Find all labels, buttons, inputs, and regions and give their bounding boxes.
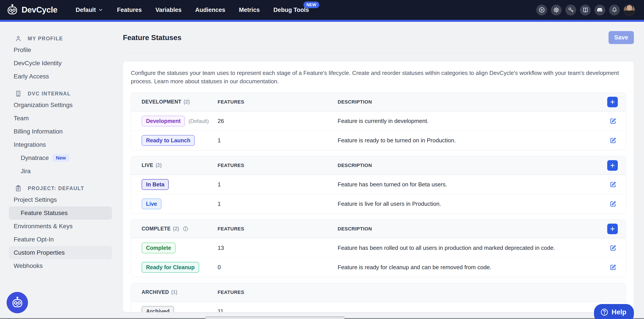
status-section-archived: ARCHIVED(1)FEATURESArchived11 — [131, 283, 626, 312]
building-icon — [14, 90, 22, 97]
nav-item-variables[interactable]: Variables — [150, 0, 188, 20]
gear-icon[interactable] — [551, 5, 562, 16]
sidebar-item-label: Dynatrace — [21, 154, 49, 162]
save-button[interactable]: Save — [608, 31, 634, 44]
add-circle-icon[interactable] — [536, 5, 547, 16]
sidebar-section-title: MY PROFILE — [28, 36, 63, 42]
nav-item-debug-tools[interactable]: NEWDebug Tools — [268, 0, 315, 20]
card-description: Configure the statuses your team uses to… — [131, 69, 626, 86]
sidebar-item-dynatrace[interactable]: DynatraceNew — [9, 151, 112, 164]
devcycle-bot-button[interactable] — [6, 292, 28, 313]
edit-status-button[interactable] — [609, 117, 617, 125]
section-header: LIVE(2)FEATURESDESCRIPTION — [131, 156, 626, 175]
chevron-down-icon — [98, 7, 103, 12]
status-badge-cell: Archived — [142, 306, 218, 312]
sidebar-item-label: Environments & Keys — [14, 223, 73, 230]
sidebar-item-custom-properties[interactable]: Custom Properties — [9, 246, 112, 259]
column-header-description: DESCRIPTION — [338, 162, 599, 168]
edit-status-button[interactable] — [609, 264, 617, 271]
nav-item-default[interactable]: Default — [70, 0, 110, 20]
nav-item-label: Metrics — [239, 6, 260, 14]
sidebar-section-my-profile: MY PROFILE — [0, 34, 121, 44]
bell-icon[interactable] — [609, 5, 620, 16]
docs-book-icon[interactable] — [580, 5, 591, 16]
section-name-cell: COMPLETE(2) — [142, 226, 218, 232]
feature-count: 1 — [218, 137, 338, 144]
feature-count: 13 — [218, 244, 338, 251]
edit-status-button[interactable] — [609, 136, 617, 144]
sidebar-item-jira[interactable]: Jira — [9, 164, 112, 178]
status-badge-cell: In Beta — [142, 179, 218, 190]
status-badge: Live — [142, 198, 162, 209]
status-row: Ready for Cleanup0Feature is ready for c… — [131, 258, 626, 277]
nav-item-metrics[interactable]: Metrics — [233, 0, 266, 20]
sidebar-item-feature-opt-in[interactable]: Feature Opt-In — [9, 233, 112, 246]
sidebar-item-environments-keys[interactable]: Environments & Keys — [9, 220, 112, 233]
section-name: DEVELOPMENT — [142, 99, 182, 105]
sidebar-item-webhooks[interactable]: Webhooks — [9, 259, 112, 272]
column-header-features: FEATURES — [218, 226, 338, 232]
sidebar-item-organization-settings[interactable]: Organization Settings — [9, 98, 112, 112]
sidebar-item-project-settings[interactable]: Project Settings — [9, 193, 112, 206]
sidebar-item-early-access[interactable]: Early Access — [9, 70, 112, 83]
main-content: Feature Statuses Save Configure the stat… — [121, 22, 644, 319]
feature-count: 26 — [218, 118, 338, 124]
settings-sidebar: MY PROFILEProfileDevCycle IdentityEarly … — [0, 22, 121, 319]
help-button[interactable]: Help — [594, 304, 634, 319]
status-row: Archived11 — [131, 302, 626, 312]
edit-status-button[interactable] — [609, 200, 617, 208]
nav-item-audiences[interactable]: Audiences — [189, 0, 231, 20]
status-badge: Development — [142, 116, 185, 126]
devcycle-logo[interactable]: DevCycle — [6, 4, 58, 16]
edit-status-button[interactable] — [609, 181, 617, 188]
robot-face-icon — [11, 296, 24, 309]
section-name: ARCHIVED — [142, 289, 169, 295]
add-status-button[interactable] — [607, 97, 618, 107]
nav-item-label: Default — [76, 6, 96, 14]
column-header-features: FEATURES — [218, 290, 338, 295]
sidebar-item-billing-information[interactable]: Billing Information — [9, 125, 112, 138]
status-row: Development(Default)26Feature is current… — [131, 111, 626, 131]
status-description: Feature has been turned on for Beta user… — [338, 181, 599, 188]
add-status-button[interactable] — [607, 160, 618, 171]
status-badge-cell: Live — [142, 198, 218, 209]
sidebar-item-label: Project Settings — [14, 196, 57, 203]
nav-icon-group — [536, 4, 635, 16]
help-label: Help — [612, 308, 626, 316]
status-badge-cell: Complete — [142, 242, 218, 253]
status-sections: DEVELOPMENT(2)FEATURESDESCRIPTIONDevelop… — [131, 92, 626, 312]
status-description: Feature is currently in development. — [338, 118, 599, 124]
nav-menu: DefaultFeaturesVariablesAudiencesMetrics… — [70, 0, 315, 20]
section-name: LIVE — [142, 162, 153, 168]
section-header: DEVELOPMENT(2)FEATURESDESCRIPTION — [131, 93, 626, 111]
nav-item-features[interactable]: Features — [111, 0, 148, 20]
key-icon[interactable] — [565, 5, 576, 16]
info-icon[interactable] — [182, 226, 188, 232]
nav-accent-bar — [0, 20, 644, 22]
feature-statuses-card: Configure the statuses your team uses to… — [123, 62, 634, 312]
new-badge: NEW — [304, 2, 319, 8]
user-avatar[interactable] — [624, 4, 635, 16]
status-badge-cell: Ready for Cleanup — [142, 262, 218, 273]
feature-count: 0 — [218, 264, 338, 271]
sidebar-item-team[interactable]: Team — [9, 112, 112, 125]
section-count: (2) — [184, 99, 190, 105]
sidebar-item-label: Team — [14, 115, 29, 122]
status-description: Feature has been rolled out to all users… — [338, 244, 599, 251]
sidebar-item-label: Integrations — [14, 141, 46, 148]
pencil-icon — [609, 117, 617, 125]
sidebar-item-feature-statuses[interactable]: Feature Statuses — [9, 206, 112, 220]
add-status-button[interactable] — [607, 224, 618, 234]
status-badge: Ready to Launch — [142, 135, 195, 146]
column-header-description: DESCRIPTION — [338, 99, 599, 105]
status-section-complete: COMPLETE(2)FEATURESDESCRIPTIONComplete13… — [131, 220, 626, 277]
sidebar-item-devcycle-identity[interactable]: DevCycle Identity — [9, 56, 112, 70]
nav-item-label: Features — [117, 6, 142, 14]
pencil-icon — [609, 136, 617, 144]
edit-status-button[interactable] — [609, 244, 617, 252]
section-header: ARCHIVED(1)FEATURES — [131, 283, 626, 302]
discord-icon[interactable] — [594, 5, 605, 16]
partially-visible-panel — [205, 316, 345, 319]
sidebar-item-profile[interactable]: Profile — [9, 44, 112, 56]
sidebar-item-integrations[interactable]: Integrations — [9, 138, 112, 151]
